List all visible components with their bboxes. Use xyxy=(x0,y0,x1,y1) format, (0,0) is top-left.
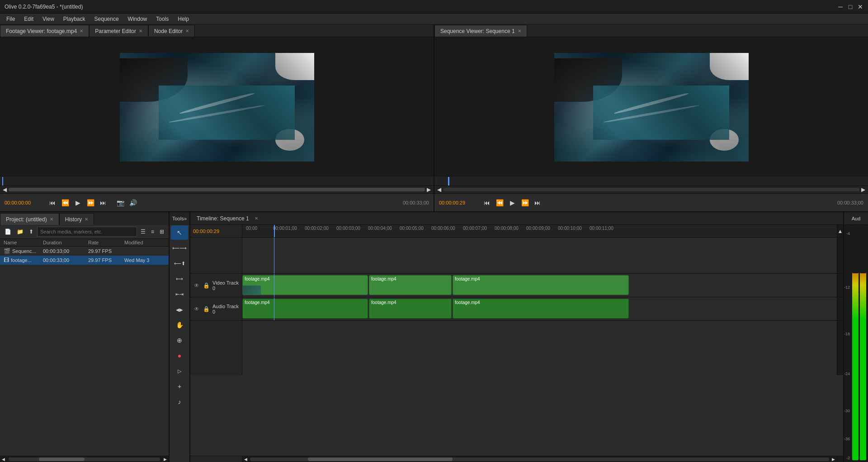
video-clip-0[interactable]: footage.mp4 xyxy=(242,275,368,295)
footage-viewer-close[interactable]: ✕ xyxy=(80,29,83,33)
close-button[interactable]: ✕ xyxy=(857,4,863,10)
footage-viewer-content xyxy=(0,37,434,177)
edit-tool[interactable]: ⟵⟶ xyxy=(171,241,188,255)
menu-playback[interactable]: Playback xyxy=(59,15,90,23)
proj-h-scrollbar[interactable] xyxy=(9,457,160,461)
project-import[interactable]: ⬆ xyxy=(27,228,35,236)
tab-node-editor[interactable]: Node Editor ✕ xyxy=(148,25,195,37)
minimize-button[interactable]: ─ xyxy=(837,4,844,10)
project-item-footage[interactable]: 🎞footage... 00:00:33;00 29.97 FPS Wed Ma… xyxy=(0,256,169,265)
zoom-tool[interactable]: ⊕ xyxy=(171,333,188,348)
footage-scroll-left[interactable]: ◀ xyxy=(1,186,9,194)
video-track-eye[interactable]: 👁 xyxy=(193,282,200,289)
sequence-viewer-close[interactable]: ✕ xyxy=(518,29,521,33)
time-mark-1: 00:00:01;00 xyxy=(273,226,297,231)
menu-edit[interactable]: Edit xyxy=(19,15,38,23)
timeline-h-scroll-thumb[interactable] xyxy=(308,457,453,461)
footage-audio[interactable]: 🔊 xyxy=(127,197,138,208)
viewers-row: Footage Viewer: footage.mp4 ✕ Parameter … xyxy=(0,24,868,212)
node-editor-close[interactable]: ✕ xyxy=(185,29,189,33)
footage-scroll-right[interactable]: ▶ xyxy=(425,186,433,194)
project-list-view[interactable]: ☰ xyxy=(139,228,147,236)
audio-clip-1[interactable]: footage.mp4 xyxy=(369,299,452,319)
project-item-sequence[interactable]: 🎬Sequenc... 00:00:33;00 29.97 FPS xyxy=(0,247,169,256)
audio-track-body[interactable]: footage.mp4 footage.mp4 footage.mp4 xyxy=(242,297,837,320)
footage-play[interactable]: ▶ xyxy=(72,197,83,208)
project-tab-label: Project: (untitled) xyxy=(6,216,47,223)
time-mark-11: 00:00:11;00 xyxy=(590,226,613,231)
project-grid-view[interactable]: ⊞ xyxy=(158,228,166,236)
timeline-v-scrollbar[interactable] xyxy=(837,238,843,273)
project-content: 📄 📁 ⬆ ☰ ≡ ⊞ Name Duration Rate Modified … xyxy=(0,225,169,456)
slip-tool[interactable]: ⇤⇥ xyxy=(171,287,188,301)
seq-go-start[interactable]: ⏮ xyxy=(481,197,492,208)
timeline-h-scroll-right[interactable]: ▶ xyxy=(830,456,837,462)
footage-viewer-tab-label: Footage Viewer: footage.mp4 xyxy=(6,28,77,34)
proj-h-scroll-right[interactable]: ▶ xyxy=(162,456,169,462)
audio-clip-0[interactable]: footage.mp4 xyxy=(242,299,368,319)
video-track-body[interactable]: footage.mp4 footage.mp4 footage.mp4 xyxy=(242,274,837,297)
tab-parameter-editor[interactable]: Parameter Editor ✕ xyxy=(89,25,148,37)
footage-total-time: 00:00:33;00 xyxy=(403,200,429,205)
video-clip-1[interactable]: footage.mp4 xyxy=(369,275,452,295)
menu-window[interactable]: Window xyxy=(123,15,152,23)
footage-timeline-ruler[interactable] xyxy=(0,177,434,186)
seq-scroll-right[interactable]: ▶ xyxy=(859,186,867,194)
seq-go-end[interactable]: ⏭ xyxy=(532,197,543,208)
project-tab-close[interactable]: ✕ xyxy=(50,217,53,222)
timeline-time-ruler[interactable]: 00:00 00:00:01;00 00:00:02;00 00:00:03;0… xyxy=(242,225,837,237)
parameter-editor-close[interactable]: ✕ xyxy=(139,29,142,33)
sequence-display xyxy=(554,53,749,162)
video-track-label: Video Track 0 xyxy=(212,280,239,291)
menu-tools[interactable]: Tools xyxy=(151,15,173,23)
audio-track-eye[interactable]: 👁 xyxy=(193,305,200,313)
tools-expand[interactable]: » xyxy=(184,216,187,221)
timeline-close[interactable]: ✕ xyxy=(255,216,258,221)
audio-meter-display: -4 -12 -18 -24 -30 -36 -2 xyxy=(844,225,868,462)
audio-meter-label: Aud xyxy=(852,216,861,221)
record-tool[interactable]: ● xyxy=(171,348,188,363)
menu-file[interactable]: File xyxy=(2,15,19,23)
audio-clip-2[interactable]: footage.mp4 xyxy=(453,299,629,319)
menu-help[interactable]: Help xyxy=(173,15,193,23)
pointer-tool[interactable]: ↖ xyxy=(171,225,188,240)
sequence-viewer-panel: Sequence Viewer: Sequence 1 ✕ ◀ xyxy=(434,24,868,211)
menu-view[interactable]: View xyxy=(38,15,59,23)
audio-track-lock[interactable]: 🔒 xyxy=(202,305,211,313)
footage-prev-frame[interactable]: ⏪ xyxy=(60,197,71,208)
tab-footage-viewer[interactable]: Footage Viewer: footage.mp4 ✕ xyxy=(0,25,89,37)
proj-h-scroll-left[interactable]: ◀ xyxy=(0,456,7,462)
audio-edit-tool[interactable]: ♪ xyxy=(171,395,188,409)
tab-project[interactable]: Project: (untitled) ✕ xyxy=(0,213,59,225)
timeline-h-scroll-left[interactable]: ◀ xyxy=(242,456,249,462)
video-track-0: 👁 🔒 Video Track 0 footage.mp4 xyxy=(190,274,843,297)
sequence-timeline-ruler[interactable] xyxy=(434,177,868,186)
footage-go-end[interactable]: ⏭ xyxy=(98,197,108,208)
project-new-folder[interactable]: 📁 xyxy=(15,228,25,236)
project-search-input[interactable] xyxy=(37,227,137,237)
project-detail-view[interactable]: ≡ xyxy=(149,228,156,236)
add-tool[interactable]: + xyxy=(171,379,188,394)
seq-scroll-left[interactable]: ◀ xyxy=(435,186,443,194)
rolling-edit-tool[interactable]: ⟷ xyxy=(171,271,188,286)
tab-sequence-viewer[interactable]: Sequence Viewer: Sequence 1 ✕ xyxy=(434,25,527,37)
project-new-item[interactable]: 📄 xyxy=(3,228,13,236)
seq-play[interactable]: ▶ xyxy=(507,197,518,208)
tab-history[interactable]: History ✕ xyxy=(59,213,94,225)
video-clip-2[interactable]: footage.mp4 xyxy=(453,275,629,295)
timeline-v-scroll-up[interactable]: ▲ xyxy=(837,225,843,237)
footage-go-start[interactable]: ⏮ xyxy=(47,197,58,208)
history-tab-close[interactable]: ✕ xyxy=(85,217,88,222)
transition-tool[interactable]: ▷ xyxy=(171,364,188,378)
menu-sequence[interactable]: Sequence xyxy=(90,15,123,23)
hand-tool[interactable]: ✋ xyxy=(171,318,188,332)
slide-tool[interactable]: ◀▶ xyxy=(171,302,188,317)
ripple-edit-tool[interactable]: ⟵⬆ xyxy=(171,256,188,271)
footage-next-frame[interactable]: ⏩ xyxy=(85,197,96,208)
tab-timeline[interactable]: Timeline: Sequence 1 ✕ xyxy=(194,215,261,222)
maximize-button[interactable]: □ xyxy=(847,4,854,10)
seq-prev-frame[interactable]: ⏪ xyxy=(494,197,505,208)
footage-camera[interactable]: 📷 xyxy=(115,197,126,208)
seq-next-frame[interactable]: ⏩ xyxy=(519,197,530,208)
video-track-lock[interactable]: 🔒 xyxy=(202,282,211,289)
